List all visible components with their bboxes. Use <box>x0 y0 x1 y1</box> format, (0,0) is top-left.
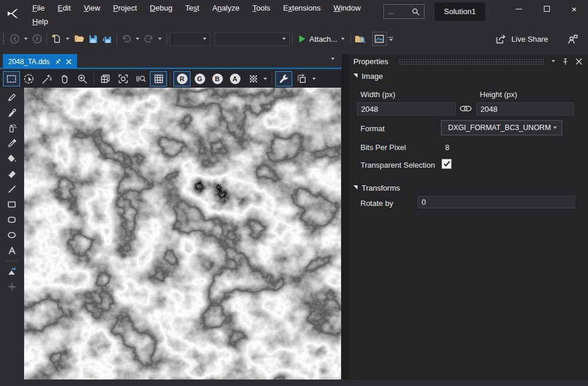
eyedropper-tool-button[interactable] <box>4 137 19 150</box>
properties-panel: Properties Image Width (px) Height (px) <box>349 54 588 380</box>
new-file-button[interactable] <box>49 31 64 46</box>
minimize-button[interactable] <box>505 0 533 18</box>
properties-toggle-button[interactable] <box>275 71 292 86</box>
transform-dropdown[interactable] <box>310 78 318 80</box>
red-channel-button[interactable]: R <box>173 71 191 86</box>
magic-wand-button[interactable] <box>38 71 55 86</box>
menu-item-extensions[interactable]: Extensions <box>277 2 328 14</box>
palette-separator <box>5 261 18 261</box>
pencil-tool-button[interactable] <box>4 91 19 104</box>
transforms-group-header[interactable]: Transforms <box>353 184 400 192</box>
selection-pointer-button[interactable] <box>21 71 38 86</box>
menu-item-project[interactable]: Project <box>106 2 143 14</box>
navigate-back-button[interactable] <box>8 31 22 46</box>
grid-toggle-button[interactable] <box>150 71 167 86</box>
maximize-button[interactable] <box>533 0 560 18</box>
tab-2048-ta-dds[interactable]: 2048_TA.dds <box>3 54 77 69</box>
height-input[interactable] <box>476 102 574 115</box>
menu-item-test[interactable]: Test <box>179 2 206 14</box>
collapse-triangle-icon <box>353 74 358 78</box>
menu-item-file[interactable]: File <box>26 2 51 14</box>
attach-button[interactable]: Attach... <box>295 31 348 46</box>
quick-search-input[interactable]: ... <box>383 4 425 19</box>
rounded-rectangle-tool-button[interactable] <box>4 213 19 227</box>
menu-item-tools[interactable]: Tools <box>246 2 276 14</box>
panel-close-icon[interactable] <box>576 58 582 65</box>
feedback-button[interactable] <box>566 31 580 46</box>
solution-name-badge[interactable]: Solution1 <box>435 2 485 21</box>
navigate-forward-button[interactable] <box>30 31 44 46</box>
transparency-dropdown[interactable] <box>262 78 269 80</box>
new-file-dropdown[interactable] <box>64 31 72 46</box>
image-group-label: Image <box>362 72 383 81</box>
toolbar-grip[interactable] <box>2 32 5 45</box>
close-icon: × <box>572 5 577 14</box>
green-channel-button[interactable]: G <box>191 71 208 86</box>
eraser-tool-button[interactable] <box>4 167 19 181</box>
image-canvas[interactable] <box>24 88 341 380</box>
configuration-combo[interactable] <box>169 32 211 46</box>
zoom-tool-button[interactable] <box>74 71 91 86</box>
image-editor-toolbar: R G B A <box>0 70 342 88</box>
undo-dropdown[interactable] <box>133 31 142 46</box>
crosshair-tool-button[interactable] <box>4 280 19 294</box>
rectangle-tool-button[interactable] <box>4 198 19 211</box>
undo-button[interactable] <box>119 31 133 46</box>
transforms-group-label: Transforms <box>362 184 400 192</box>
width-input[interactable] <box>357 102 456 115</box>
ellipse-tool-button[interactable] <box>4 228 19 242</box>
transparency-background-button[interactable] <box>244 71 261 86</box>
airbrush-tool-button[interactable] <box>4 121 19 135</box>
image-group-header[interactable]: Image <box>353 72 383 81</box>
alpha-channel-button[interactable]: A <box>226 71 243 86</box>
toolbar-overflow-button[interactable] <box>387 31 395 46</box>
redo-dropdown[interactable] <box>156 31 164 46</box>
panel-drag-grip[interactable] <box>399 58 544 65</box>
menu-item-analyze[interactable]: Analyze <box>206 2 246 14</box>
panel-splitter[interactable] <box>342 54 349 380</box>
fit-to-window-button[interactable] <box>115 71 132 86</box>
line-tool-button[interactable] <box>4 182 19 196</box>
window-controls: × <box>505 0 588 18</box>
text-tool-button[interactable] <box>4 244 19 257</box>
menu-item-window[interactable]: Window <box>327 2 367 14</box>
open-file-button[interactable] <box>72 31 86 46</box>
close-button[interactable]: × <box>560 0 588 18</box>
menu-bar: FileEditViewProjectDebugTestAnalyzeTools… <box>26 0 367 15</box>
pan-hand-button[interactable] <box>56 71 73 86</box>
fill-tool-button[interactable] <box>4 152 19 165</box>
save-button[interactable] <box>86 31 100 46</box>
gradient-tool-button[interactable] <box>4 265 19 278</box>
tile-view-button[interactable] <box>97 71 114 86</box>
live-share-button[interactable]: Live Share <box>493 34 550 44</box>
panel-pin-icon[interactable] <box>562 58 569 65</box>
link-dimensions-icon[interactable] <box>459 105 472 112</box>
blue-channel-button[interactable]: B <box>209 71 226 86</box>
panel-menu-dropdown[interactable] <box>552 60 555 62</box>
platform-combo[interactable] <box>215 32 290 46</box>
minimize-icon <box>516 9 522 9</box>
transform-button[interactable] <box>293 71 310 86</box>
pin-icon[interactable] <box>55 58 61 65</box>
navigate-back-dropdown[interactable] <box>22 31 30 46</box>
texture-image <box>24 88 341 380</box>
tab-list-dropdown[interactable] <box>331 60 335 69</box>
save-all-button[interactable] <box>100 31 114 46</box>
image-preview-button[interactable] <box>372 32 387 46</box>
menu-item-debug[interactable]: Debug <box>143 2 179 14</box>
menu-item-edit[interactable]: Edit <box>51 2 77 14</box>
format-dropdown[interactable]: DXGI_FORMAT_BC3_UNORM <box>441 120 562 135</box>
tab-close-icon[interactable] <box>66 59 72 65</box>
redo-button[interactable] <box>142 31 156 46</box>
find-in-files-button[interactable] <box>353 31 368 46</box>
actual-size-button[interactable] <box>132 71 149 86</box>
brush-tool-button[interactable] <box>4 106 19 119</box>
menu-item-view[interactable]: View <box>77 2 106 14</box>
menu-item-help[interactable]: Help <box>26 16 55 27</box>
properties-panel-header[interactable]: Properties <box>349 54 588 68</box>
tab-label: 2048_TA.dds <box>8 58 50 66</box>
rect-select-button[interactable] <box>3 71 20 86</box>
rotate-by-input[interactable] <box>417 196 575 208</box>
transparent-selection-checkbox[interactable] <box>442 159 452 169</box>
drawing-tool-palette <box>0 88 24 380</box>
